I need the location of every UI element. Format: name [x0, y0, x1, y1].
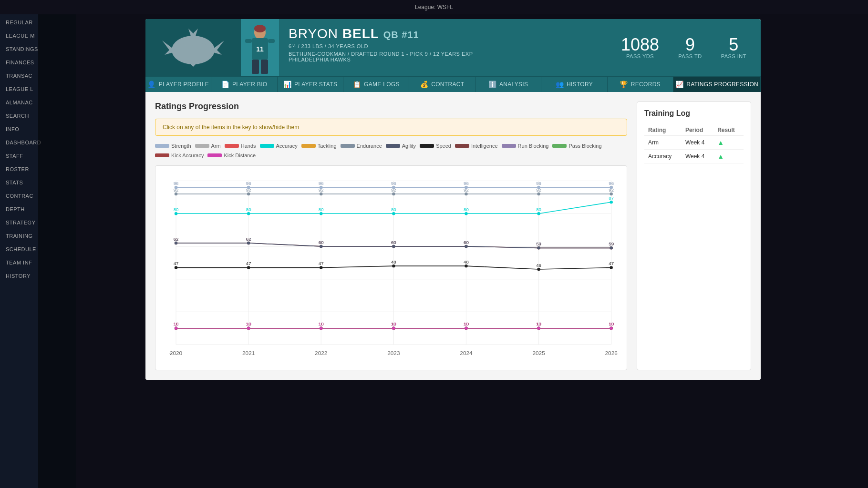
training-table: Rating Period Result Arm Week 4 ▲: [644, 125, 744, 163]
legend-accuracy[interactable]: Accuracy: [260, 143, 298, 149]
svg-point-104: [392, 245, 395, 248]
svg-text:96: 96: [536, 181, 541, 186]
training-accuracy-period: Week 4: [682, 150, 713, 163]
tab-history[interactable]: 👥 History: [541, 77, 607, 92]
training-arm-result: ▲: [713, 136, 744, 150]
training-accuracy-result: ▲: [713, 150, 744, 163]
arm-up-arrow: ▲: [717, 139, 724, 146]
svg-point-74: [320, 212, 322, 215]
svg-rect-12: [268, 39, 275, 43]
training-log-title: Training Log: [644, 109, 744, 118]
svg-point-82: [610, 201, 612, 203]
contract-icon: 💰: [420, 81, 428, 88]
svg-rect-13: [252, 60, 259, 74]
svg-point-8: [254, 25, 266, 32]
chart-hint: Click on any of the items in the key to …: [155, 119, 627, 136]
pass-td-label: PASS TD: [678, 53, 702, 59]
svg-text:92: 92: [536, 187, 541, 193]
player-stats-header: 1088 PASS YDS 9 PASS TD 5 PASS INT: [607, 19, 761, 76]
last-name: BELL: [342, 26, 379, 41]
legend-intelligence[interactable]: Intelligence: [455, 143, 498, 149]
svg-text:2021: 2021: [242, 350, 255, 356]
tab-game-logs[interactable]: 📋 Game Logs: [343, 77, 409, 92]
tab-player-stats[interactable]: 📊 Player Stats: [278, 77, 343, 92]
svg-point-186: [320, 326, 322, 329]
svg-point-112: [175, 266, 177, 269]
legend-strength-label: Strength: [171, 143, 191, 149]
legend-kick-distance[interactable]: Kick Distance: [207, 152, 256, 158]
legend-speed-label: Speed: [436, 143, 451, 149]
nav-tabs: 👤 Player Profile 📄 Player Bio 📊 Player S…: [145, 76, 761, 92]
legend-arm-color: [195, 144, 209, 148]
svg-point-62: [392, 193, 395, 195]
legend-endurance[interactable]: Endurance: [341, 143, 382, 149]
legend-run-blocking[interactable]: Run Blocking: [502, 143, 549, 149]
legend-tackling[interactable]: Tackling: [301, 143, 337, 149]
tab-records[interactable]: 🏆 Records: [608, 77, 673, 92]
svg-text:48: 48: [464, 259, 469, 264]
svg-text:2025: 2025: [532, 350, 545, 356]
svg-text:92: 92: [246, 187, 251, 193]
tab-contract[interactable]: 💰 Contract: [409, 77, 475, 92]
game-logs-icon: 📋: [353, 81, 361, 88]
legend-kick-accuracy-label: Kick Accuracy: [171, 152, 204, 158]
training-row-accuracy: Accuracy Week 4 ▲: [644, 150, 744, 163]
svg-text:80: 80: [536, 207, 541, 212]
svg-text:60: 60: [391, 240, 396, 245]
tab-ratings-progression-label: Ratings Progression: [686, 81, 758, 88]
first-name: BRYON: [289, 26, 338, 41]
svg-rect-11: [245, 39, 252, 43]
col-period: Period: [682, 125, 713, 136]
accuracy-up-arrow: ▲: [717, 152, 724, 160]
svg-text:10: 10: [391, 321, 396, 326]
svg-text:47: 47: [609, 261, 614, 266]
legend-strength-color: [155, 144, 169, 148]
svg-text:80: 80: [319, 207, 324, 212]
legend-agility[interactable]: Agility: [386, 143, 416, 149]
legend-run-blocking-color: [502, 144, 516, 148]
svg-text:80: 80: [246, 207, 251, 212]
svg-text:11: 11: [256, 45, 264, 53]
legend-accuracy-color: [260, 144, 274, 148]
legend-arm-label: Arm: [211, 143, 221, 149]
legend-pass-blocking[interactable]: Pass Blocking: [552, 143, 601, 149]
svg-text:47: 47: [319, 261, 324, 266]
svg-point-194: [610, 326, 612, 329]
tab-player-bio[interactable]: 📄 Player Bio: [211, 77, 277, 92]
training-row-arm: Arm Week 4 ▲: [644, 136, 744, 150]
svg-text:80: 80: [174, 207, 179, 212]
svg-text:80: 80: [391, 207, 396, 212]
legend-intelligence-color: [455, 144, 469, 148]
player-stats-icon: 📊: [283, 81, 291, 88]
legend-kick-distance-label: Kick Distance: [224, 152, 256, 158]
legend-hands-color: [225, 144, 239, 148]
svg-point-76: [392, 212, 395, 215]
legend-strength[interactable]: Strength: [155, 143, 191, 149]
tab-records-label: Records: [631, 81, 661, 88]
svg-point-110: [610, 246, 612, 249]
training-log: Training Log Rating Period Result Arm: [637, 102, 751, 370]
legend-kick-distance-color: [207, 153, 222, 157]
svg-point-188: [392, 326, 395, 329]
legend-intelligence-label: Intelligence: [471, 143, 498, 149]
tab-player-profile[interactable]: 👤 Player Profile: [145, 77, 211, 92]
col-rating: Rating: [644, 125, 682, 136]
player-team: PHILADELPHIA HAWKS: [289, 57, 597, 62]
tab-analysis[interactable]: ℹ️ Analysis: [475, 77, 541, 92]
svg-text:96: 96: [174, 181, 179, 186]
tab-analysis-label: Analysis: [499, 81, 528, 88]
league-label: League: WSFL: [415, 4, 453, 10]
svg-point-182: [175, 326, 177, 329]
legend-speed[interactable]: Speed: [420, 143, 451, 149]
tab-ratings-progression[interactable]: 📈 Ratings Progression: [673, 77, 761, 92]
pass-yds-label: PASS YDS: [621, 53, 659, 59]
legend-arm[interactable]: Arm: [195, 143, 221, 149]
legend-kick-accuracy[interactable]: Kick Accuracy: [155, 152, 204, 158]
svg-point-56: [175, 193, 177, 195]
top-bar: League: WSFL: [0, 0, 868, 14]
player-modal: ★ ◀ ▶ ✕: [145, 19, 761, 380]
legend-kick-accuracy-color: [155, 153, 169, 157]
svg-text:10: 10: [536, 321, 541, 326]
legend-hands[interactable]: Hands: [225, 143, 256, 149]
svg-text:92: 92: [174, 187, 179, 193]
